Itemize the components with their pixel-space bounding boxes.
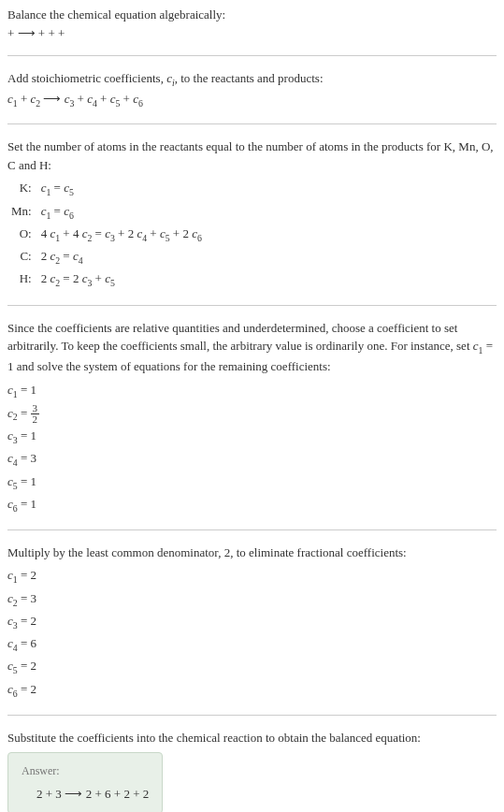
table-row: K: c1 = c5 <box>7 178 206 200</box>
element-label: K: <box>7 178 37 200</box>
t: = 2 <box>60 271 82 285</box>
divider <box>7 715 497 716</box>
coeff-row: c1 = 2 <box>7 565 497 587</box>
answer-box: Answer: 2 + 3 ⟶ 2 + 6 + 2 + 2 <box>7 752 163 812</box>
equation: 2 c2 = 2 c3 + c5 <box>37 268 206 291</box>
divider <box>7 123 497 124</box>
t: 2 <box>36 787 46 801</box>
t: 2 <box>86 787 95 801</box>
plus: + <box>97 92 110 106</box>
t: + 2 <box>114 787 133 801</box>
t: + <box>147 226 160 240</box>
answer-intro: Substitute the coefficients into the che… <box>7 729 497 747</box>
t: 4 <box>41 226 50 240</box>
val: = 1 <box>18 474 36 488</box>
divider <box>7 305 497 306</box>
atoms-intro: Set the number of atoms in the reactants… <box>7 138 497 174</box>
val: = 1 <box>18 428 36 442</box>
txt: Add stoichiometric coefficients, <box>7 71 166 85</box>
eq: = <box>18 406 31 420</box>
coeff-row: c4 = 3 <box>7 448 497 471</box>
coeff-row: c3 = 2 <box>7 611 497 633</box>
t: + 2 <box>170 226 193 240</box>
val: = 3 <box>18 591 36 605</box>
sub: 5 <box>69 187 74 197</box>
plus: + <box>120 92 133 106</box>
txt: , to the reactants and products: <box>175 71 324 85</box>
coeff-row: c6 = 1 <box>7 494 497 516</box>
t: + 2 <box>133 787 149 801</box>
table-row: Mn: c1 = c6 <box>7 201 206 224</box>
atoms-table: K: c1 = c5 Mn: c1 = c6 O: 4 c1 + 4 c2 = … <box>7 178 206 291</box>
reactants-blank: + <box>7 26 18 40</box>
val: = 2 <box>18 682 36 696</box>
val: = 2 <box>18 659 36 673</box>
answer-label: Answer: <box>22 762 149 779</box>
fraction: 32 <box>31 403 40 425</box>
arrow: ⟶ <box>65 787 86 801</box>
equation: c1 = c5 <box>37 178 206 200</box>
table-row: O: 4 c1 + 4 c2 = c3 + 2 c4 + c5 + 2 c6 <box>7 224 206 246</box>
txt: Since the coefficients are relative quan… <box>7 321 473 354</box>
element-label: C: <box>7 246 37 268</box>
val: = 1 <box>18 497 36 511</box>
element-label: O: <box>7 224 37 246</box>
coeff-row: c2 = 3 <box>7 588 497 611</box>
t: = <box>60 249 73 263</box>
t: + 6 <box>94 787 113 801</box>
intro-line2: + ⟶ + + + <box>7 24 497 43</box>
coeff-row: c5 = 2 <box>7 656 497 678</box>
val: = 3 <box>18 451 36 465</box>
plus: + <box>74 92 87 106</box>
sub: 4 <box>79 255 83 266</box>
intro-line1: Balance the chemical equation algebraica… <box>7 6 497 24</box>
t: 2 <box>41 249 50 263</box>
divider <box>7 529 497 530</box>
section-intro: Balance the chemical equation algebraica… <box>7 6 497 42</box>
val: = 2 <box>18 614 36 628</box>
eq: = <box>50 181 64 195</box>
section-solve2: Multiply by the least common denominator… <box>7 544 497 702</box>
coeff-row: c3 = 1 <box>7 426 497 448</box>
answer-equation: 2 + 3 ⟶ 2 + 6 + 2 + 2 <box>22 785 149 804</box>
divider <box>7 55 497 56</box>
coeff-list: c1 = 1 c2 = 32 c3 = 1 c4 = 3 c5 = 1 c6 =… <box>7 380 497 516</box>
section-atoms: Set the number of atoms in the reactants… <box>7 138 497 291</box>
element-label: H: <box>7 268 37 291</box>
stoich-equation: c1 + c2 ⟶ c3 + c4 + c5 + c6 <box>7 90 497 110</box>
plus: + <box>18 92 31 106</box>
t: = <box>92 226 105 240</box>
val: = 6 <box>18 636 36 650</box>
section-stoich: Add stoichiometric coefficients, ci, to … <box>7 69 497 110</box>
equation: c1 = c6 <box>37 201 206 224</box>
val: = 2 <box>18 568 36 582</box>
coeff-row: c4 = 6 <box>7 633 497 656</box>
coeff-row: c1 = 1 <box>7 380 497 402</box>
coeff-row: c6 = 2 <box>7 679 497 702</box>
t: + 2 <box>115 226 137 240</box>
sub: 6 <box>69 210 74 220</box>
stoich-text: Add stoichiometric coefficients, ci, to … <box>7 69 497 90</box>
t: + <box>92 271 105 285</box>
coeff-row: c5 = 1 <box>7 471 497 494</box>
solve2-intro: Multiply by the least common denominator… <box>7 544 497 562</box>
denominator: 2 <box>31 414 40 425</box>
sub: 6 <box>138 98 143 109</box>
section-answer: Substitute the coefficients into the che… <box>7 729 497 812</box>
t: + 4 <box>60 226 82 240</box>
eq: = <box>50 204 64 218</box>
table-row: H: 2 c2 = 2 c3 + c5 <box>7 268 206 291</box>
arrow: ⟶ <box>43 92 61 106</box>
t: + 3 <box>46 787 65 801</box>
element-label: Mn: <box>7 201 37 224</box>
equation: 4 c1 + 4 c2 = c3 + 2 c4 + c5 + 2 c6 <box>37 224 206 246</box>
t: 2 <box>41 271 50 285</box>
sub: 6 <box>197 232 202 242</box>
sub: 5 <box>110 278 115 288</box>
arrow: ⟶ <box>18 26 36 40</box>
section-solve1: Since the coefficients are relative quan… <box>7 319 497 516</box>
solve1-intro: Since the coefficients are relative quan… <box>7 319 497 376</box>
coeff-row: c2 = 32 <box>7 402 497 426</box>
val: = 1 <box>18 383 36 397</box>
coeff-list: c1 = 2 c2 = 3 c3 = 2 c4 = 6 c5 = 2 c6 = … <box>7 565 497 701</box>
